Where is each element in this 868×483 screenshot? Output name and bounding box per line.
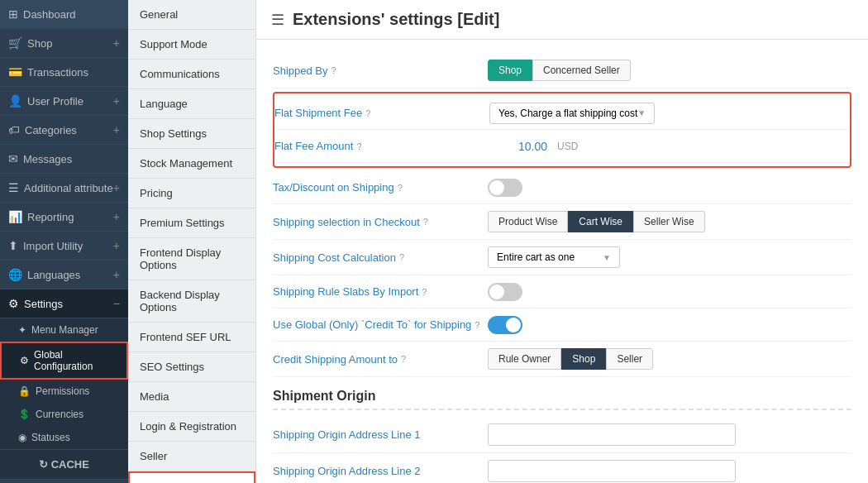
categories-icon: 🏷 — [8, 123, 20, 136]
field-value-flat-shipment-fee: Yes, Charge a flat shipping cost ▼ — [489, 103, 850, 124]
shipping-origin-addr2-input[interactable] — [488, 460, 736, 482]
middle-item-premium-settings[interactable]: Premium Settings — [128, 208, 255, 238]
sidebar-item-menu-manager[interactable]: ✦ Menu Manager — [0, 318, 128, 342]
sidebar-item-transactions[interactable]: 💳 Transactions — [0, 58, 128, 87]
sidebar-item-categories[interactable]: 🏷 Categories + — [0, 116, 128, 145]
middle-item-general[interactable]: General — [128, 0, 255, 30]
help-icon-tax-discount[interactable]: ? — [398, 183, 403, 193]
expand-icon: + — [113, 239, 120, 252]
middle-item-language[interactable]: Language — [128, 89, 255, 119]
sidebar-item-additional-attribute[interactable]: ☰ Additional attribute + — [0, 174, 128, 203]
sidebar-item-label: Shop — [27, 37, 52, 50]
sidebar-item-import-utility[interactable]: ⬆ Import Utility + — [0, 232, 128, 261]
field-value-shipping-cost-calc: Entire cart as one ▼ — [488, 246, 851, 268]
shipping-product-wise-btn[interactable]: Product Wise — [488, 211, 568, 232]
sidebar-sub-label: Currencies — [36, 409, 83, 420]
sidebar-item-label: Reporting — [27, 211, 74, 223]
help-icon-flat-shipment[interactable]: ? — [365, 108, 370, 118]
field-shipping-rule-slabs: Shipping Rule Slabs By Import ? — [273, 275, 851, 308]
flat-shipment-highlight-box: Flat Shipment Fee ? Yes, Charge a flat s… — [273, 92, 851, 168]
sidebar-item-settings[interactable]: ⚙ Settings − — [0, 289, 128, 318]
sidebar-item-label: Languages — [27, 269, 80, 281]
sidebar-item-global-configuration[interactable]: ⚙ Global Configuration — [0, 342, 128, 380]
flat-fee-amount-input[interactable] — [489, 140, 547, 153]
middle-item-shipment[interactable]: Shipment — [128, 471, 255, 483]
field-value-credit-shipping-amount: Rule Owner Shop Seller — [488, 348, 851, 370]
dropdown-arrow-icon: ▼ — [637, 108, 646, 117]
help-icon-credit-shipping-amount[interactable]: ? — [401, 354, 406, 364]
middle-item-backend-display-options[interactable]: Backend Display Options — [128, 280, 255, 323]
sidebar-item-label: Import Utility — [23, 240, 83, 252]
import-utility-icon: ⬆ — [8, 239, 18, 252]
help-icon-shipped-by[interactable]: ? — [331, 65, 336, 75]
shipping-cost-calc-dropdown[interactable]: Entire cart as one ▼ — [488, 246, 620, 268]
middle-item-frontend-display-options[interactable]: Frontend Display Options — [128, 238, 255, 280]
sidebar-sub-label: Menu Manager — [31, 324, 98, 336]
use-global-credit-toggle[interactable] — [488, 316, 522, 334]
user-profile-icon: 👤 — [8, 94, 22, 108]
middle-item-media[interactable]: Media — [128, 382, 255, 412]
permissions-icon: 🔒 — [18, 385, 31, 397]
sidebar-item-messages[interactable]: ✉ Messages — [0, 145, 128, 174]
middle-item-seo-settings[interactable]: SEO Settings — [128, 352, 255, 382]
middle-item-shop-settings[interactable]: Shop Settings — [128, 119, 255, 149]
expand-icon: + — [113, 94, 120, 108]
field-label-flat-shipment-fee: Flat Shipment Fee ? — [274, 107, 489, 119]
sidebar-item-statuses[interactable]: ◉ Statuses — [0, 426, 128, 449]
help-icon-use-global-credit[interactable]: ? — [475, 320, 479, 330]
shipping-selection-btn-group: Product Wise Cart Wise Seller Wise — [488, 211, 705, 232]
sidebar-item-dashboard[interactable]: ⊞ Dashboard — [0, 0, 128, 29]
shipment-origin-title: Shipment Origin — [273, 377, 851, 410]
credit-shipping-shop-btn[interactable]: Shop — [561, 348, 606, 370]
shipping-cart-wise-btn[interactable]: Cart Wise — [568, 211, 633, 232]
middle-item-pricing[interactable]: Pricing — [128, 179, 255, 208]
field-shipping-selection: Shipping selection in Checkout ? Product… — [273, 204, 851, 240]
sidebar-item-shop[interactable]: 🛒 Shop + — [0, 29, 128, 58]
sidebar-item-label: User Profile — [27, 95, 83, 108]
field-label-credit-shipping-amount: Credit Shipping Amount to ? — [273, 353, 488, 366]
toggle-knob — [489, 285, 504, 299]
shipping-origin-addr1-input[interactable] — [488, 423, 736, 446]
field-flat-shipment-fee: Flat Shipment Fee ? Yes, Charge a flat s… — [274, 97, 850, 130]
flat-shipment-fee-dropdown[interactable]: Yes, Charge a flat shipping cost ▼ — [489, 103, 655, 124]
cache-button[interactable]: ↻ CACHE — [0, 449, 128, 479]
sidebar-item-reporting[interactable]: 📊 Reporting + — [0, 203, 128, 232]
credit-shipping-seller-btn[interactable]: Seller — [606, 348, 653, 370]
middle-item-seller[interactable]: Seller — [128, 442, 255, 471]
transactions-icon: 💳 — [8, 65, 22, 79]
sidebar-item-currencies[interactable]: 💲 Currencies — [0, 403, 128, 426]
middle-item-communications[interactable]: Communications — [128, 60, 255, 89]
field-label-shipping-origin-addr1: Shipping Origin Address Line 1 — [273, 428, 488, 441]
shipped-by-btn-group: Shop Concerned Seller — [488, 60, 631, 81]
dropdown-arrow-icon: ▼ — [603, 253, 611, 262]
global-config-icon: ⚙ — [20, 355, 29, 366]
middle-item-support-mode[interactable]: Support Mode — [128, 30, 255, 60]
help-icon-shipping-selection[interactable]: ? — [423, 217, 428, 227]
languages-icon: 🌐 — [8, 268, 22, 281]
middle-item-login-registration[interactable]: Login & Registration — [128, 412, 255, 442]
sidebar-item-permissions[interactable]: 🔒 Permissions — [0, 380, 128, 403]
field-label-shipping-rule-slabs: Shipping Rule Slabs By Import ? — [273, 285, 488, 298]
sidebar-item-label: Transactions — [27, 66, 88, 79]
help-icon-shipping-cost[interactable]: ? — [399, 252, 404, 262]
sidebar-item-user-profile[interactable]: 👤 User Profile + — [0, 87, 128, 116]
shipping-rule-slabs-toggle[interactable] — [488, 283, 522, 301]
tax-discount-toggle[interactable] — [488, 179, 522, 197]
field-value-tax-discount — [488, 179, 851, 197]
shipped-by-shop-btn[interactable]: Shop — [488, 60, 532, 81]
shipping-seller-wise-btn[interactable]: Seller Wise — [633, 211, 705, 232]
currencies-icon: 💲 — [18, 409, 31, 420]
sidebar-sub-label: Global Configuration — [34, 349, 118, 372]
field-label-shipping-origin-addr2: Shipping Origin Address Line 2 — [273, 465, 488, 477]
field-tax-discount: Tax/Discount on Shipping ? — [273, 171, 851, 204]
expand-icon: + — [113, 181, 120, 194]
reporting-icon: 📊 — [8, 210, 22, 223]
shipped-by-seller-btn[interactable]: Concerned Seller — [532, 60, 631, 81]
middle-item-stock-management[interactable]: Stock Management — [128, 149, 255, 179]
help-icon-flat-fee[interactable]: ? — [356, 141, 361, 151]
credit-shipping-rule-owner-btn[interactable]: Rule Owner — [488, 348, 561, 370]
help-icon-shipping-rule-slabs[interactable]: ? — [422, 287, 427, 297]
autofix-button[interactable]: ✦ AUTO FIX — [0, 479, 128, 483]
sidebar-item-languages[interactable]: 🌐 Languages + — [0, 261, 128, 289]
middle-item-frontend-sef-url[interactable]: Frontend SEF URL — [128, 323, 255, 352]
